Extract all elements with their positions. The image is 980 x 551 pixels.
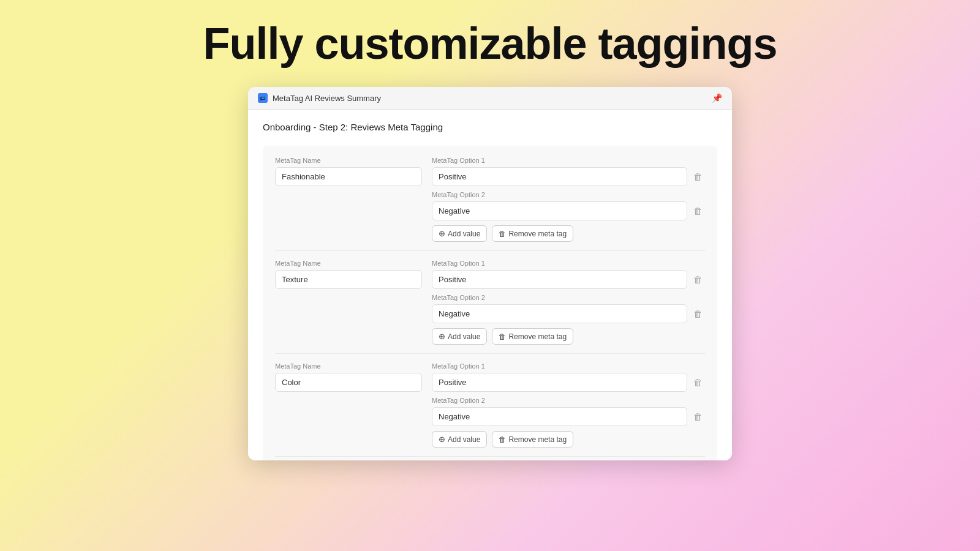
options-column-0: MetaTag Option 1 🗑 MetaTag Option 2 🗑 ⊕ …	[432, 157, 705, 242]
action-row-2: ⊕ Add value 🗑 Remove meta tag	[432, 431, 705, 448]
plus-icon-0: ⊕	[439, 229, 445, 238]
page-subtitle: Onboarding - Step 2: Reviews Meta Taggin…	[263, 122, 717, 132]
option2-label-2: MetaTag Option 2	[432, 397, 705, 404]
option2-row-1: 🗑	[432, 304, 705, 323]
window-title: MetaTag AI Reviews Summary	[273, 94, 381, 103]
delete-option2-1[interactable]: 🗑	[691, 306, 705, 321]
metatag-row-1: MetaTag Name MetaTag Option 1 🗑 MetaTag …	[275, 260, 705, 345]
separator-0	[275, 250, 705, 251]
add-value-btn-2[interactable]: ⊕ Add value	[432, 431, 487, 448]
option2-input-0[interactable]	[432, 201, 687, 220]
remove-tag-label-2: Remove meta tag	[508, 435, 567, 444]
option2-input-2[interactable]	[432, 407, 687, 426]
name-label-2: MetaTag Name	[275, 362, 422, 370]
separator-1	[275, 353, 705, 354]
remove-tag-icon-0: 🗑	[499, 230, 506, 238]
add-value-label-0: Add value	[448, 230, 480, 238]
remove-tag-icon-2: 🗑	[499, 435, 506, 444]
pin-icon[interactable]: 📌	[712, 93, 722, 103]
remove-tag-label-1: Remove meta tag	[508, 332, 567, 341]
option1-row-2: 🗑	[432, 373, 705, 392]
plus-icon-2: ⊕	[439, 435, 445, 444]
option2-label-1: MetaTag Option 2	[432, 294, 705, 301]
option1-row-0: 🗑	[432, 167, 705, 186]
options-column-1: MetaTag Option 1 🗑 MetaTag Option 2 🗑 ⊕ …	[432, 260, 705, 345]
option2-row-0: 🗑	[432, 201, 705, 220]
option2-input-1[interactable]	[432, 304, 687, 323]
option1-label-0: MetaTag Option 1	[432, 157, 705, 164]
app-icon	[258, 93, 268, 103]
delete-option2-2[interactable]: 🗑	[691, 409, 705, 424]
add-value-btn-0[interactable]: ⊕ Add value	[432, 225, 487, 242]
delete-option1-2[interactable]: 🗑	[691, 375, 705, 390]
plus-icon-1: ⊕	[439, 332, 445, 341]
add-value-btn-1[interactable]: ⊕ Add value	[432, 328, 487, 345]
name-label-0: MetaTag Name	[275, 157, 422, 164]
option2-label-0: MetaTag Option 2	[432, 191, 705, 198]
option1-row-1: 🗑	[432, 270, 705, 289]
name-input-1[interactable]	[275, 270, 422, 289]
remove-tag-btn-0[interactable]: 🗑 Remove meta tag	[492, 225, 573, 242]
option1-label-1: MetaTag Option 1	[432, 260, 705, 267]
name-column-1: MetaTag Name	[275, 260, 422, 345]
header-left: MetaTag AI Reviews Summary	[258, 93, 381, 103]
window-body: Onboarding - Step 2: Reviews Meta Taggin…	[248, 110, 732, 460]
option1-input-1[interactable]	[432, 270, 687, 289]
remove-tag-label-0: Remove meta tag	[508, 230, 567, 238]
name-column: MetaTag Name	[275, 157, 422, 242]
metatag-row: MetaTag Name MetaTag Option 1 🗑 MetaTag …	[275, 157, 705, 242]
metatag-row-2: MetaTag Name MetaTag Option 1 🗑 MetaTag …	[275, 362, 705, 448]
delete-option2-0[interactable]: 🗑	[691, 203, 705, 219]
name-input-0[interactable]	[275, 167, 422, 186]
option1-input-0[interactable]	[432, 167, 687, 186]
options-column-2: MetaTag Option 1 🗑 MetaTag Option 2 🗑 ⊕ …	[432, 362, 705, 448]
add-value-label-2: Add value	[448, 435, 480, 444]
name-input-2[interactable]	[275, 373, 422, 392]
action-row-0: ⊕ Add value 🗑 Remove meta tag	[432, 225, 705, 242]
remove-tag-icon-1: 🗑	[499, 332, 506, 341]
name-column-2: MetaTag Name	[275, 362, 422, 448]
name-label-1: MetaTag Name	[275, 260, 422, 267]
option2-row-2: 🗑	[432, 407, 705, 426]
page-title: Fully customizable taggings	[203, 18, 777, 69]
action-row-1: ⊕ Add value 🗑 Remove meta tag	[432, 328, 705, 345]
app-window: MetaTag AI Reviews Summary 📌 Onboarding …	[248, 87, 732, 460]
add-value-label-1: Add value	[448, 332, 480, 341]
tags-container: MetaTag Name MetaTag Option 1 🗑 MetaTag …	[263, 146, 717, 460]
delete-option1-1[interactable]: 🗑	[691, 272, 705, 287]
delete-option1-0[interactable]: 🗑	[691, 169, 705, 184]
option1-input-2[interactable]	[432, 373, 687, 392]
option1-label-2: MetaTag Option 1	[432, 362, 705, 370]
remove-tag-btn-2[interactable]: 🗑 Remove meta tag	[492, 431, 573, 448]
remove-tag-btn-1[interactable]: 🗑 Remove meta tag	[492, 328, 573, 345]
window-header: MetaTag AI Reviews Summary 📌	[248, 87, 732, 110]
separator-2	[275, 456, 705, 457]
